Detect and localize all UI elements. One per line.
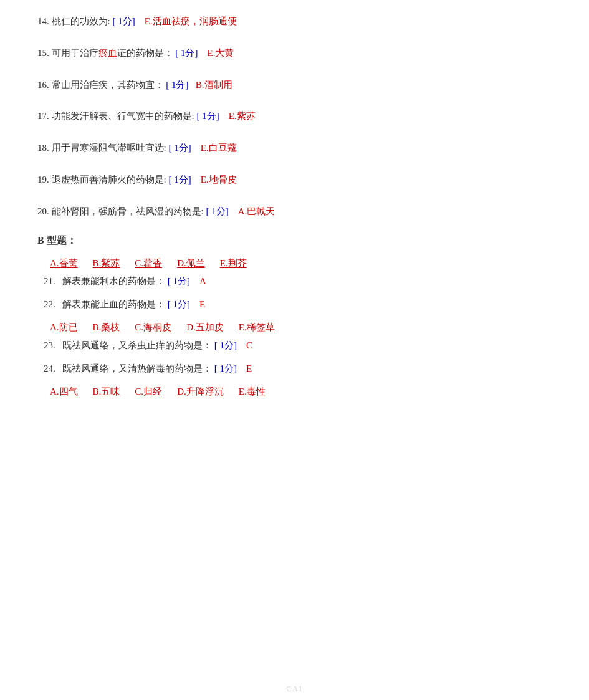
sq24-text: 既祛风通络，又清热解毒的药物是： [62, 363, 212, 373]
sq21-score: [ 1分] [168, 276, 190, 286]
og3-option-b: B.五味 [93, 386, 120, 398]
question-14: 14. 桃仁的功效为: [ 1分] E.活血祛瘀，润肠通便 [37, 12, 552, 31]
option-group-2: A.防已 B.桑枝 C.海桐皮 D.五加皮 E.稀签草 [37, 322, 552, 333]
questions-section: 14. 桃仁的功效为: [ 1分] E.活血祛瘀，润肠通便 15. 可用于治疗瘀… [37, 12, 552, 221]
sq23-text: 既祛风通络，又杀虫止痒的药物是： [62, 340, 212, 350]
sq23-answer: C [246, 340, 252, 350]
q17-answer: E.紫苏 [229, 111, 256, 121]
sq24-score: [ 1分] [214, 363, 237, 373]
q16-score: [ 1分] [166, 80, 188, 90]
q15-score: [ 1分] [175, 48, 198, 58]
og2-option-e: E.稀签草 [239, 322, 275, 333]
question-19: 19. 退虚热而善清肺火的药物是: [ 1分] E.地骨皮 [37, 171, 552, 189]
watermark: CAI [286, 684, 303, 694]
q16-number: 16. [37, 80, 49, 90]
q15-highlight: 瘀血 [98, 48, 117, 58]
og3-option-c: C.归经 [135, 386, 162, 398]
sq23-score: [ 1分] [214, 340, 237, 350]
sq21-answer: A [199, 276, 206, 286]
q18-score: [ 1分] [168, 143, 191, 153]
og1-option-a: A.香薷 [50, 257, 78, 269]
sub-question-21: 21. 解表兼能利水的药物是： [ 1分] A [37, 276, 552, 287]
q18-text: 用于胃寒湿阻气滞呕吐宜选: [52, 143, 166, 153]
sq24-number: 24. [44, 363, 55, 373]
q14-score: [ 1分] [112, 16, 135, 26]
sq23-number: 23. [44, 340, 55, 350]
sq21-text: 解表兼能利水的药物是： [62, 276, 165, 286]
q19-text: 退虚热而善清肺火的药物是: [52, 175, 166, 185]
sub-question-22: 22. 解表兼能止血的药物是： [ 1分] E [37, 299, 552, 310]
question-15: 15. 可用于治疗瘀血证的药物是： [ 1分] E.大黄 [37, 44, 552, 62]
sq22-score: [ 1分] [168, 299, 190, 309]
q14-number: 14. [37, 16, 49, 26]
q14-text: 桃仁的功效为: [52, 16, 110, 26]
q17-text: 功能发汗解表、行气宽中的药物是: [52, 111, 194, 121]
og2-option-b: B.桑枝 [93, 322, 120, 333]
og1-option-e: E.荆芥 [220, 257, 247, 269]
section-b-title: B 型题： [37, 234, 552, 247]
q18-number: 18. [37, 143, 49, 153]
option-group-1: A.香薷 B.紫苏 C.藿香 D.佩兰 E.荆芥 [37, 257, 552, 269]
q19-score: [ 1分] [168, 175, 191, 185]
og3-option-d: D.升降浮沉 [177, 386, 224, 398]
og2-option-c: C.海桐皮 [135, 322, 171, 333]
q15-answer: E.大黄 [208, 48, 234, 58]
sq22-number: 22. [44, 299, 55, 309]
og1-option-c: C.藿香 [135, 257, 162, 269]
sub-question-24: 24. 既祛风通络，又清热解毒的药物是： [ 1分] E [37, 363, 552, 375]
q19-number: 19. [37, 175, 49, 185]
q15-number: 15. [37, 48, 49, 58]
sq24-answer: E [246, 363, 252, 373]
q19-answer: E.地骨皮 [201, 175, 237, 185]
question-17: 17. 功能发汗解表、行气宽中的药物是: [ 1分] E.紫苏 [37, 107, 552, 125]
question-16: 16. 常山用治疟疾，其药物宜： [ 1分] B.酒制用 [37, 76, 552, 94]
sq22-answer: E [199, 299, 205, 309]
question-18: 18. 用于胃寒湿阻气滞呕吐宜选: [ 1分] E.白豆蔻 [37, 139, 552, 157]
og3-option-e: E.毒性 [239, 386, 266, 398]
question-20: 20. 能补肾阳，强筋骨，祛风湿的药物是: [ 1分] A.巴戟天 [37, 203, 552, 221]
q17-number: 17. [37, 111, 49, 121]
sq22-text: 解表兼能止血的药物是： [62, 299, 165, 309]
q16-answer: B.酒制用 [196, 80, 232, 90]
q20-text: 能补肾阳，强筋骨，祛风湿的药物是: [52, 206, 204, 216]
q20-number: 20. [37, 206, 49, 216]
q18-answer: E.白豆蔻 [201, 143, 237, 153]
option-group-3: A.四气 B.五味 C.归经 D.升降浮沉 E.毒性 [37, 386, 552, 398]
og1-option-d: D.佩兰 [177, 257, 205, 269]
og2-option-d: D.五加皮 [186, 322, 224, 333]
q17-score: [ 1分] [196, 111, 219, 121]
sq21-number: 21. [44, 276, 55, 286]
section-b: B 型题： A.香薷 B.紫苏 C.藿香 D.佩兰 E.荆芥 21. 解表兼能利… [37, 234, 552, 398]
og2-option-a: A.防已 [50, 322, 78, 333]
q14-answer: E.活血祛瘀，润肠通便 [145, 16, 237, 26]
sub-question-23: 23. 既祛风通络，又杀虫止痒的药物是： [ 1分] C [37, 340, 552, 352]
q20-answer: A.巴戟天 [238, 206, 275, 216]
q16-text: 常山用治疟疾，其药物宜： [52, 80, 164, 90]
og3-option-a: A.四气 [50, 386, 78, 398]
q20-score: [ 1分] [206, 206, 228, 216]
og1-option-b: B.紫苏 [93, 257, 120, 269]
